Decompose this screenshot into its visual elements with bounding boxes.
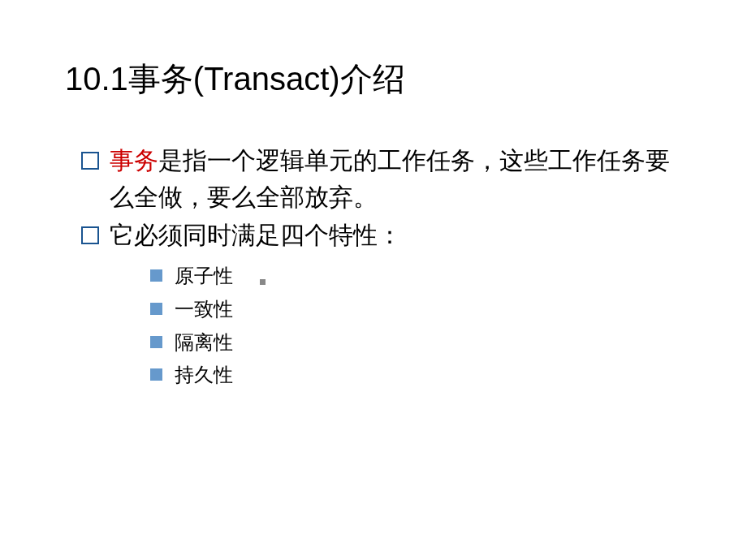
decorative-dot bbox=[260, 279, 266, 285]
sub-bullet-1: 原子性 bbox=[150, 260, 682, 293]
sub-bullet-3: 隔离性 bbox=[150, 326, 682, 360]
slide-content: 10.1事务(Transact)介绍 事务是指一个逻辑单元的工作任务，这些工作任… bbox=[0, 0, 747, 560]
bullet-text-2: 它必须同时满足四个特性： bbox=[110, 222, 402, 248]
sub-bullet-4: 持久性 bbox=[150, 359, 682, 392]
main-bullet-list: 事务是指一个逻辑单元的工作任务，这些工作任务要么全做，要么全部放弃。 它必须同时… bbox=[65, 142, 682, 392]
bullet-text-1: 是指一个逻辑单元的工作任务，这些工作任务要么全做，要么全部放弃。 bbox=[110, 147, 670, 210]
slide-title: 10.1事务(Transact)介绍 bbox=[65, 57, 682, 101]
bullet-item-1: 事务是指一个逻辑单元的工作任务，这些工作任务要么全做，要么全部放弃。 bbox=[81, 142, 682, 215]
sub-bullet-list: 原子性 一致性 隔离性 持久性 bbox=[110, 260, 682, 392]
bullet-item-2: 它必须同时满足四个特性： 原子性 一致性 隔离性 持久性 bbox=[81, 217, 682, 392]
keyword-highlight: 事务 bbox=[110, 147, 158, 174]
sub-bullet-2: 一致性 bbox=[150, 293, 682, 326]
